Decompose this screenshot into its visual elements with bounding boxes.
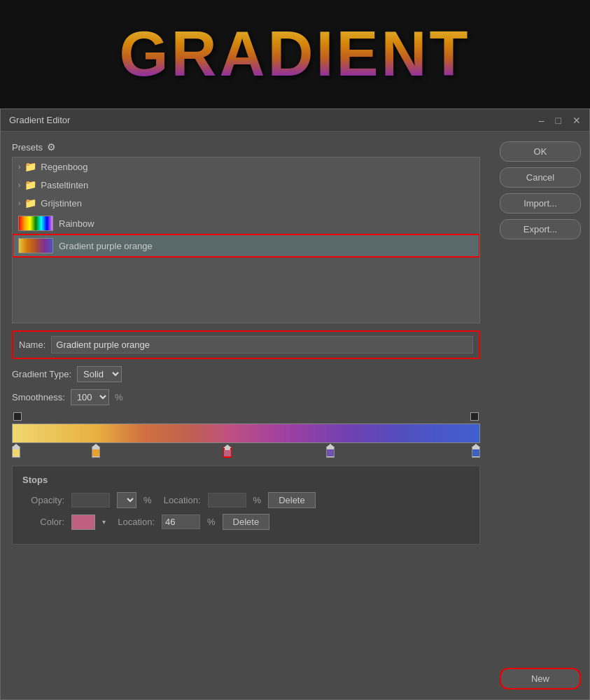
gear-icon[interactable]: ⚙	[47, 141, 56, 153]
name-row: Name:	[12, 330, 480, 359]
preset-label-purple-orange: Gradient purple orange	[59, 241, 153, 251]
swatch-rainbow	[18, 216, 53, 231]
preset-label-rainbow: Rainbow	[59, 218, 94, 229]
ok-button[interactable]: OK	[500, 141, 581, 162]
location-opacity-input[interactable]	[208, 493, 246, 507]
color-stop-18[interactable]	[92, 447, 100, 458]
smoothness-select[interactable]: 100	[71, 389, 109, 405]
delete-opacity-button[interactable]: Delete	[268, 492, 316, 508]
maximize-button[interactable]: □	[556, 115, 561, 125]
folder-icon-grijstinten: 📁	[24, 197, 36, 209]
location-label-color: Location:	[113, 517, 155, 527]
opacity-pct: %	[143, 495, 152, 505]
opacity-label: Opacity:	[22, 495, 64, 505]
chevron-icon-regenboog: ›	[18, 163, 20, 171]
minimize-button[interactable]: –	[539, 115, 545, 125]
location-color-input[interactable]	[162, 514, 200, 529]
spacer	[500, 245, 581, 662]
presets-section-header: Presets ⚙	[12, 141, 480, 153]
title-bar: Gradient Editor – □ ✕	[1, 109, 589, 132]
delete-color-button[interactable]: Delete	[223, 514, 270, 530]
stops-section: Stops Opacity: % Location: % Delete Colo…	[12, 465, 480, 545]
opacity-stop-right[interactable]	[470, 412, 479, 421]
presets-label: Presets	[12, 142, 43, 153]
color-stop-0[interactable]	[12, 447, 20, 458]
canvas-area: GRADIENT	[0, 0, 590, 108]
opacity-input[interactable]	[71, 493, 110, 507]
group-label-regenboog: Regenboog	[41, 162, 87, 172]
color-stop-46[interactable]	[223, 447, 232, 458]
smoothness-row: Smoothness: 100 %	[12, 389, 480, 405]
folder-icon-regenboog: 📁	[24, 161, 36, 172]
gradient-editor-dialog: Gradient Editor – □ ✕ Presets ⚙ › 📁 Rege…	[0, 108, 590, 700]
swatch-purple-orange	[18, 238, 53, 253]
dialog-title: Gradient Editor	[9, 115, 70, 125]
export-button[interactable]: Export...	[500, 219, 581, 239]
color-swatch[interactable]	[71, 514, 95, 530]
smoothness-label: Smoothness:	[12, 392, 65, 402]
color-row: Color: ▾ Location: % Delete	[22, 514, 470, 530]
new-button[interactable]: New	[500, 668, 581, 690]
import-button[interactable]: Import...	[500, 193, 581, 214]
presets-list[interactable]: › 📁 Regenboog › 📁 Pasteltinten › 📁 Grijs…	[12, 157, 480, 323]
cancel-button[interactable]: Cancel	[500, 167, 581, 188]
color-label: Color:	[22, 517, 64, 527]
left-panel: Presets ⚙ › 📁 Regenboog › 📁 Pasteltinten	[1, 132, 491, 699]
stops-title: Stops	[22, 475, 470, 485]
opacity-dropdown[interactable]	[117, 492, 136, 508]
group-label-pasteltinten: Pasteltinten	[41, 180, 88, 190]
title-bar-controls: – □ ✕	[539, 115, 581, 125]
preset-group-grijstinten[interactable]: › 📁 Grijstinten	[13, 194, 479, 212]
gradient-bar[interactable]	[12, 424, 480, 443]
preset-item-rainbow[interactable]: Rainbow	[13, 212, 479, 234]
smoothness-pct: %	[115, 392, 123, 402]
location-pct-color: %	[207, 517, 216, 527]
name-input[interactable]	[51, 336, 473, 354]
chevron-icon-grijstinten: ›	[18, 200, 20, 207]
top-stops-row	[12, 412, 480, 422]
close-button[interactable]: ✕	[573, 115, 581, 125]
gradient-type-select[interactable]: Solid Noise	[77, 366, 122, 382]
chevron-icon-pasteltinten: ›	[18, 181, 20, 189]
preset-group-pasteltinten[interactable]: › 📁 Pasteltinten	[13, 176, 479, 194]
bottom-stops-row	[12, 444, 480, 460]
folder-icon-pasteltinten: 📁	[24, 179, 36, 190]
color-dropdown-arrow[interactable]: ▾	[102, 518, 106, 526]
group-label-grijstinten: Grijstinten	[41, 198, 82, 209]
right-panel: OK Cancel Import... Export... New	[491, 132, 589, 699]
color-stop-100[interactable]	[472, 447, 480, 458]
location-pct-opacity: %	[253, 495, 262, 505]
gradient-type-label: Gradient Type:	[12, 369, 71, 379]
dialog-content: Presets ⚙ › 📁 Regenboog › 📁 Pasteltinten	[1, 132, 589, 699]
canvas-title: GRADIENT	[120, 18, 471, 90]
preset-item-purple-orange[interactable]: Gradient purple orange	[13, 234, 479, 257]
opacity-stop-left[interactable]	[13, 412, 22, 421]
opacity-row: Opacity: % Location: % Delete	[22, 492, 470, 508]
location-label-opacity: Location:	[159, 495, 201, 505]
gradient-type-row: Gradient Type: Solid Noise	[12, 366, 480, 382]
name-label: Name:	[19, 340, 45, 350]
gradient-bar-area	[12, 412, 480, 460]
color-stop-68[interactable]	[326, 447, 335, 458]
preset-group-regenboog[interactable]: › 📁 Regenboog	[13, 158, 479, 176]
